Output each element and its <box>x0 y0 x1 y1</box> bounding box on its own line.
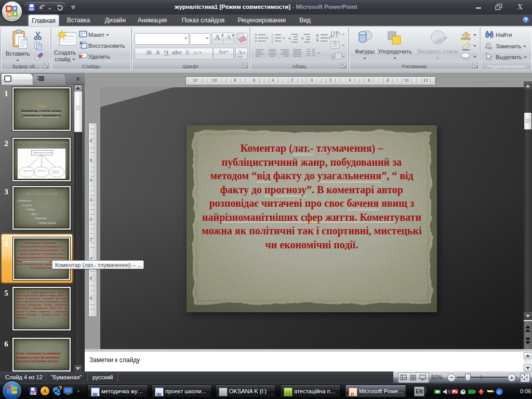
svg-text:a: a <box>498 390 500 394</box>
svg-text:Аналітичні: Аналітичні <box>38 170 46 172</box>
svg-text:3: 3 <box>271 41 273 44</box>
svg-text:Інформаційні: Інформаційні <box>23 170 33 172</box>
svg-text:A: A <box>337 31 341 36</box>
svg-text:2: 2 <box>271 37 273 41</box>
svg-text:публіцист.: публіцист. <box>52 172 60 174</box>
svg-text:ac: ac <box>488 45 493 50</box>
svg-text:1: 1 <box>271 33 273 37</box>
